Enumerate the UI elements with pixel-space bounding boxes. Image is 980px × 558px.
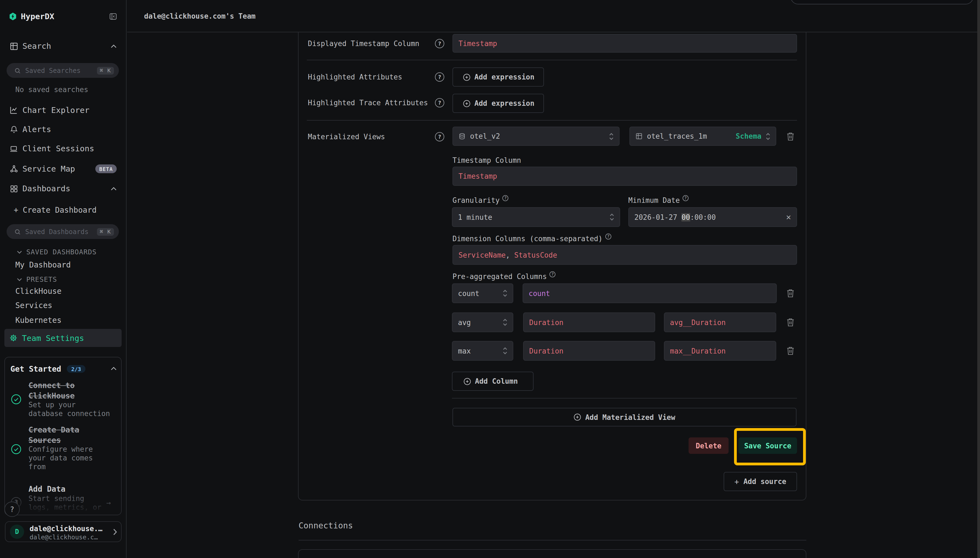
check-circle-icon: [11, 394, 21, 405]
page-title: dale@clickhouse.com's Team: [144, 12, 255, 20]
agg-name-input[interactable]: max__Duration: [664, 341, 776, 361]
chevron-up-icon[interactable]: [111, 44, 117, 48]
no-saved-searches-text: No saved searches: [15, 85, 88, 94]
agg-expression-input[interactable]: Duration: [523, 341, 655, 361]
sidebar-item-services[interactable]: Services: [15, 300, 52, 311]
plus-circle-icon: [463, 73, 471, 81]
service-map-icon: [9, 164, 18, 173]
sidebar-item-my-dashboard[interactable]: My Dashboard: [15, 259, 71, 270]
alerts-bell-icon: [9, 125, 18, 134]
question-circle-icon[interactable]: ?: [435, 39, 444, 48]
add-source-button[interactable]: + Add source: [724, 472, 797, 491]
info-circle-icon[interactable]: ?: [682, 195, 689, 201]
trash-icon[interactable]: [786, 346, 795, 356]
agg-expression-input[interactable]: count: [523, 283, 777, 303]
sidebar-item-label: Dashboards: [23, 184, 70, 193]
saved-dashboards-input[interactable]: Saved Dashboards ⌘ K: [7, 224, 119, 239]
saved-dashboards-placeholder: Saved Dashboards: [25, 228, 93, 235]
agg-expression-input[interactable]: Duration: [523, 312, 655, 332]
sidebar-item-kubernetes[interactable]: Kubernetes: [15, 315, 62, 326]
user-menu[interactable]: D dale@clickhouse.… dale@clickhouse.c…: [5, 521, 122, 542]
clear-x-icon[interactable]: ✕: [786, 212, 791, 222]
agg-fn-select[interactable]: count: [452, 283, 513, 303]
add-expression-button[interactable]: Add expression: [453, 67, 544, 87]
create-dashboard-label: Create Dashboard: [23, 205, 97, 214]
granularity-select-value: 1 minute: [458, 213, 492, 221]
dimension-columns-input[interactable]: ServiceName, StatusCode: [453, 245, 797, 265]
question-circle-icon[interactable]: ?: [435, 98, 444, 107]
saved-dashboards-section[interactable]: SAVED DASHBOARDS: [17, 248, 97, 256]
trash-icon[interactable]: [786, 131, 795, 141]
get-started-item-desc: Set up your database connection: [28, 401, 113, 418]
sidebar-item-clickhouse[interactable]: ClickHouse: [15, 286, 62, 297]
add-materialized-view-button[interactable]: Add Materialized View: [453, 408, 797, 427]
save-source-button[interactable]: Save Source: [738, 437, 797, 454]
agg-fn-select[interactable]: max: [452, 341, 513, 361]
agg-name-input[interactable]: avg__Duration: [664, 312, 776, 332]
sidebar-item-search[interactable]: Search: [9, 39, 117, 53]
plus-icon: +: [14, 205, 18, 214]
minimum-date-label: Minimum Date?: [628, 196, 689, 204]
add-column-button[interactable]: Add Column: [452, 372, 533, 391]
sidebar-item-label: Client Sessions: [23, 144, 94, 153]
avatar: D: [10, 525, 24, 539]
sidebar-item-service-map[interactable]: Service Map BETA: [9, 162, 117, 176]
granularity-select[interactable]: 1 minute: [452, 207, 620, 227]
sidebar-item-dashboards[interactable]: Dashboards: [9, 181, 117, 196]
create-dashboard-button[interactable]: + Create Dashboard: [14, 205, 97, 214]
info-circle-icon[interactable]: ?: [605, 233, 611, 240]
gear-icon: [9, 334, 18, 342]
highlighted-trace-attributes-label: Highlighted Trace Attributes: [308, 98, 428, 107]
selected-hour: 00: [681, 213, 690, 221]
section-divider: [299, 540, 807, 540]
saved-searches-input[interactable]: Saved Searches ⌘ K: [7, 63, 119, 78]
sidebar-collapse-icon[interactable]: [110, 13, 117, 20]
search-icon: [14, 67, 21, 74]
sidebar-item-team-settings[interactable]: Team Settings: [4, 329, 122, 347]
pre-aggregated-columns-label: Pre-aggregated Columns?: [453, 272, 555, 281]
question-circle-icon[interactable]: ?: [435, 132, 444, 141]
info-circle-icon[interactable]: ?: [502, 195, 508, 201]
check-circle-icon: [11, 444, 21, 455]
trash-icon[interactable]: [786, 317, 795, 327]
get-started-item-desc: Configure where your data comes from: [28, 445, 113, 471]
timestamp-column-input[interactable]: Timestamp: [453, 167, 797, 186]
info-circle-icon[interactable]: ?: [550, 271, 555, 277]
delete-button[interactable]: Delete: [689, 437, 728, 454]
minimum-date-input[interactable]: 2026-01-27 00:00:00 ✕: [628, 207, 797, 227]
table-select[interactable]: otel_traces_1m Schema: [630, 126, 776, 146]
get-started-title: Get Started: [10, 364, 61, 373]
schema-badge[interactable]: Schema: [736, 132, 761, 140]
user-email: dale@clickhouse.c…: [29, 533, 98, 541]
displayed-timestamp-input[interactable]: Timestamp: [453, 34, 797, 53]
toast-notification: [790, 0, 973, 4]
database-select[interactable]: otel_v2: [453, 126, 620, 146]
sidebar-item-label: Alerts: [23, 125, 51, 134]
get-started-item[interactable]: Create Data Sources Configure where your…: [28, 425, 113, 471]
sidebar-item-chart-explorer[interactable]: Chart Explorer: [9, 103, 117, 117]
add-expression-button[interactable]: Add expression: [453, 94, 544, 113]
section-label: SAVED DASHBOARDS: [26, 248, 97, 256]
get-started-item-title: Add Data: [28, 484, 104, 494]
connections-panel: [298, 549, 807, 558]
row-divider: [307, 60, 797, 60]
get-started-item-title: Create Data Sources: [28, 425, 113, 445]
help-button[interactable]: ?: [4, 502, 20, 517]
command-k-shortcut: ⌘ K: [97, 228, 114, 235]
chevron-up-icon[interactable]: [111, 187, 117, 190]
user-name: dale@clickhouse.…: [29, 525, 102, 533]
hyperdx-logo-icon[interactable]: [9, 13, 16, 20]
search-section-icon: [9, 42, 18, 50]
chevron-up-icon[interactable]: [111, 367, 117, 371]
trash-icon[interactable]: [786, 288, 795, 298]
sidebar-item-alerts[interactable]: Alerts: [9, 122, 117, 136]
sidebar-item-client-sessions[interactable]: Client Sessions: [9, 141, 117, 156]
get-started-item[interactable]: Connect to ClickHouse Set up your databa…: [28, 381, 113, 418]
dimension-columns-label: Dimension Columns (comma-separated)?: [453, 235, 611, 243]
question-circle-icon[interactable]: ?: [435, 72, 444, 82]
presets-section[interactable]: PRESETS: [17, 275, 57, 283]
sidebar-item-label: Service Map: [23, 164, 75, 173]
updown-chevrons-icon: [503, 289, 507, 297]
agg-fn-select[interactable]: avg: [452, 312, 513, 332]
brand-name[interactable]: HyperDX: [21, 12, 54, 21]
